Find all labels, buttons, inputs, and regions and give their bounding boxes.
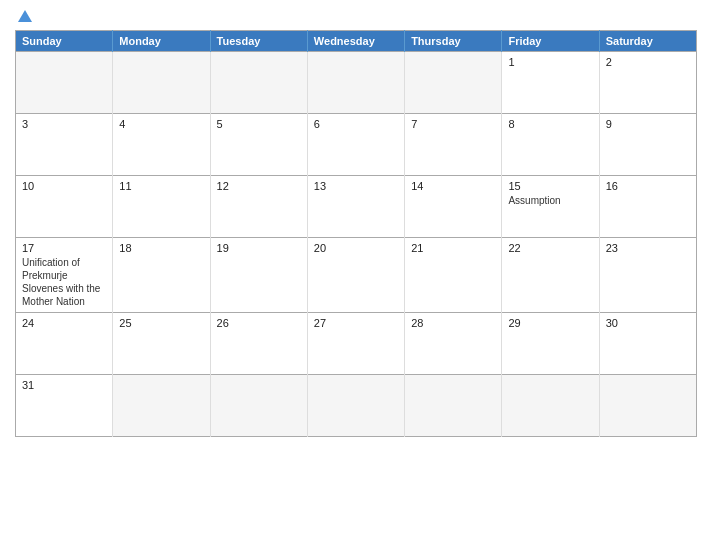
calendar-cell: 14 — [405, 176, 502, 238]
day-number: 3 — [22, 118, 106, 130]
calendar-cell: 23 — [599, 238, 696, 313]
calendar-cell: 8 — [502, 114, 599, 176]
day-number: 19 — [217, 242, 301, 254]
day-number: 12 — [217, 180, 301, 192]
calendar-cell — [307, 375, 404, 437]
calendar-cell: 18 — [113, 238, 210, 313]
day-number: 1 — [508, 56, 592, 68]
calendar-cell: 3 — [16, 114, 113, 176]
calendar-page: SundayMondayTuesdayWednesdayThursdayFrid… — [0, 0, 712, 550]
calendar-cell: 10 — [16, 176, 113, 238]
day-number: 6 — [314, 118, 398, 130]
weekday-header-thursday: Thursday — [405, 31, 502, 52]
calendar-cell: 28 — [405, 313, 502, 375]
calendar-cell: 5 — [210, 114, 307, 176]
calendar-cell: 16 — [599, 176, 696, 238]
weekday-header-tuesday: Tuesday — [210, 31, 307, 52]
calendar-week-row: 24252627282930 — [16, 313, 697, 375]
day-number: 21 — [411, 242, 495, 254]
day-number: 11 — [119, 180, 203, 192]
day-number: 2 — [606, 56, 690, 68]
calendar-cell — [307, 52, 404, 114]
day-number: 16 — [606, 180, 690, 192]
calendar-cell: 25 — [113, 313, 210, 375]
calendar-cell: 31 — [16, 375, 113, 437]
calendar-cell: 11 — [113, 176, 210, 238]
day-number: 10 — [22, 180, 106, 192]
logo — [15, 10, 35, 22]
calendar-cell: 20 — [307, 238, 404, 313]
day-number: 23 — [606, 242, 690, 254]
day-number: 20 — [314, 242, 398, 254]
calendar-cell — [502, 375, 599, 437]
calendar-cell: 22 — [502, 238, 599, 313]
day-number: 28 — [411, 317, 495, 329]
calendar-table: SundayMondayTuesdayWednesdayThursdayFrid… — [15, 30, 697, 437]
weekday-header-wednesday: Wednesday — [307, 31, 404, 52]
calendar-cell: 6 — [307, 114, 404, 176]
day-number: 22 — [508, 242, 592, 254]
calendar-cell — [405, 375, 502, 437]
calendar-cell: 1 — [502, 52, 599, 114]
day-number: 7 — [411, 118, 495, 130]
calendar-cell: 30 — [599, 313, 696, 375]
logo-triangle-icon — [18, 10, 32, 22]
calendar-cell: 19 — [210, 238, 307, 313]
calendar-week-row: 17Unification of Prekmurje Slovenes with… — [16, 238, 697, 313]
calendar-cell: 9 — [599, 114, 696, 176]
event-text: Assumption — [508, 195, 560, 206]
weekday-header-monday: Monday — [113, 31, 210, 52]
calendar-cell: 7 — [405, 114, 502, 176]
day-number: 25 — [119, 317, 203, 329]
calendar-cell: 26 — [210, 313, 307, 375]
calendar-cell: 17Unification of Prekmurje Slovenes with… — [16, 238, 113, 313]
calendar-header — [15, 10, 697, 22]
weekday-header-row: SundayMondayTuesdayWednesdayThursdayFrid… — [16, 31, 697, 52]
calendar-cell: 27 — [307, 313, 404, 375]
calendar-cell — [113, 52, 210, 114]
calendar-cell — [599, 375, 696, 437]
day-number: 4 — [119, 118, 203, 130]
calendar-cell: 15Assumption — [502, 176, 599, 238]
day-number: 9 — [606, 118, 690, 130]
day-number: 18 — [119, 242, 203, 254]
day-number: 17 — [22, 242, 106, 254]
day-number: 13 — [314, 180, 398, 192]
calendar-week-row: 12 — [16, 52, 697, 114]
calendar-week-row: 101112131415Assumption16 — [16, 176, 697, 238]
weekday-header-friday: Friday — [502, 31, 599, 52]
day-number: 14 — [411, 180, 495, 192]
day-number: 29 — [508, 317, 592, 329]
day-number: 15 — [508, 180, 592, 192]
calendar-cell: 21 — [405, 238, 502, 313]
calendar-cell: 4 — [113, 114, 210, 176]
event-text: Unification of Prekmurje Slovenes with t… — [22, 257, 100, 307]
weekday-header-sunday: Sunday — [16, 31, 113, 52]
weekday-header-saturday: Saturday — [599, 31, 696, 52]
day-number: 31 — [22, 379, 106, 391]
day-number: 26 — [217, 317, 301, 329]
day-number: 27 — [314, 317, 398, 329]
calendar-cell: 2 — [599, 52, 696, 114]
calendar-cell: 12 — [210, 176, 307, 238]
calendar-cell: 29 — [502, 313, 599, 375]
calendar-week-row: 3456789 — [16, 114, 697, 176]
calendar-cell — [210, 52, 307, 114]
calendar-cell — [210, 375, 307, 437]
day-number: 8 — [508, 118, 592, 130]
calendar-cell: 13 — [307, 176, 404, 238]
day-number: 30 — [606, 317, 690, 329]
day-number: 5 — [217, 118, 301, 130]
calendar-cell — [16, 52, 113, 114]
calendar-cell — [113, 375, 210, 437]
day-number: 24 — [22, 317, 106, 329]
calendar-week-row: 31 — [16, 375, 697, 437]
calendar-cell — [405, 52, 502, 114]
calendar-cell: 24 — [16, 313, 113, 375]
